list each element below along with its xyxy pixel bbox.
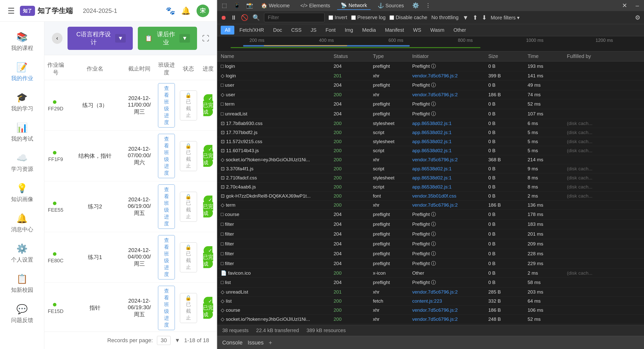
back-button[interactable]: ‹ bbox=[52, 33, 62, 44]
devtool-device-icon[interactable]: 📱 bbox=[232, 1, 241, 10]
sidebar-item-my-homework[interactable]: 📝 我的作业 bbox=[0, 57, 44, 87]
sidebar-item-my-course[interactable]: 📚 我的课程 bbox=[0, 27, 44, 57]
devtools-row[interactable]: □ user 204 preflight Preflight ⓘ 0 B 49 … bbox=[217, 80, 644, 90]
clear-icon[interactable]: 🚫 bbox=[241, 14, 248, 21]
devtool-screen-icon[interactable]: 📸 bbox=[245, 1, 254, 10]
homework-button[interactable]: 📋 课后作业 ▼ bbox=[138, 27, 197, 50]
cell-progress[interactable]: 查看班级进度 bbox=[155, 283, 177, 332]
invert-label[interactable]: Invert bbox=[329, 15, 347, 20]
devtools-row[interactable]: ◇ socket.io/?token=eyJhbGciOiJIUzI1Ni...… bbox=[217, 315, 644, 324]
tab-elements[interactable]: </> Elements bbox=[297, 2, 334, 10]
devtools-row[interactable]: ⊡ 17.7b8ab930.css 200 stylesheet app.865… bbox=[217, 119, 644, 128]
type-filter-img[interactable]: Img bbox=[341, 26, 357, 35]
devtools-row[interactable]: ◇ list 200 fetch content.js:223 332 B 64… bbox=[217, 297, 644, 306]
export-icon[interactable]: ⬇ bbox=[482, 14, 487, 21]
more-filters-btn[interactable]: More filters ▾ bbox=[491, 15, 520, 21]
type-filter-media[interactable]: Media bbox=[358, 26, 380, 35]
devtools-row[interactable]: □ filter 204 preflight Preflight ⓘ 0 B 1… bbox=[217, 219, 644, 229]
tab-issues[interactable]: Issues bbox=[248, 339, 264, 346]
search-icon[interactable]: 🔍 bbox=[252, 14, 260, 21]
course-dropdown-icon[interactable]: ▼ bbox=[115, 34, 126, 43]
devtools-row[interactable]: □ course 204 preflight Preflight ⓘ 0 B 1… bbox=[217, 210, 644, 219]
import-icon[interactable]: ⬆ bbox=[473, 14, 478, 21]
record-icon[interactable]: ⏺ bbox=[221, 14, 227, 21]
cell-progress[interactable]: 查看班级进度 bbox=[155, 131, 177, 181]
type-filter-font[interactable]: Font bbox=[321, 26, 340, 35]
devtools-row[interactable]: ⊡ 11.572c9215.css 200 stylesheet app.865… bbox=[217, 137, 644, 146]
cell-status[interactable]: 🔒 已截止 bbox=[177, 181, 199, 232]
tab-console[interactable]: Console bbox=[222, 339, 243, 346]
tab-welcome[interactable]: 🏠 Welcome bbox=[257, 2, 293, 10]
cell-progress[interactable]: 查看班级进度 bbox=[155, 232, 177, 283]
sidebar-item-my-exam[interactable]: 📊 我的考试 bbox=[0, 117, 44, 148]
devtools-row[interactable]: ◇ unreadList 201 xhr vendor.7d5c6796.js:… bbox=[217, 288, 644, 297]
devtools-row[interactable]: ⊡ 2.710fadcf.css 200 stylesheet app.8653… bbox=[217, 173, 644, 182]
devtools-row[interactable]: □ filter 204 preflight Preflight ⓘ 0 B 2… bbox=[217, 239, 644, 249]
preserve-log-label[interactable]: Preserve log bbox=[351, 15, 385, 20]
type-filter-other[interactable]: Other bbox=[449, 26, 470, 35]
type-filter-wasm[interactable]: Wasm bbox=[426, 26, 448, 35]
heart-icon[interactable]: 🐾 bbox=[166, 6, 175, 15]
devtools-row[interactable]: ◇ user 200 xhr vendor.7d5c6796.js:2 186 … bbox=[217, 90, 644, 99]
devtools-row[interactable]: 📄 favicon.ico 200 x-icon Other 0 B 2 ms … bbox=[217, 269, 644, 278]
devtools-row[interactable]: □ login 204 preflight Preflight ⓘ 0 B 19… bbox=[217, 61, 644, 71]
devtools-row[interactable]: ⊡ 17.707bbdf2.js 200 script app.86538d02… bbox=[217, 128, 644, 137]
devtools-row[interactable]: □ filter 204 preflight Preflight ⓘ 0 B 2… bbox=[217, 259, 644, 269]
course-button[interactable]: C语言程序设计 ▼ bbox=[68, 27, 133, 50]
sidebar-item-notification[interactable]: 🔔 消息中心 bbox=[0, 208, 44, 238]
devtools-row[interactable]: ⊡ 2.70c4aab6.js 200 script app.86538d02.… bbox=[217, 182, 644, 192]
filter-input[interactable] bbox=[264, 13, 325, 22]
settings-devtool-icon[interactable]: ⚙ bbox=[635, 14, 640, 21]
disable-cache-label[interactable]: Disable cache bbox=[390, 15, 427, 20]
stop-icon[interactable]: ⏸ bbox=[231, 14, 237, 21]
devtools-row[interactable]: ⊡ 3.370fa4f1.js 200 script app.86538d02.… bbox=[217, 164, 644, 173]
cell-progress[interactable]: 查看班级进度 bbox=[155, 181, 177, 232]
sidebar-item-my-study[interactable]: 🎓 我的学习 bbox=[0, 87, 44, 117]
devtool-inspect-icon[interactable]: ⬚ bbox=[220, 1, 229, 10]
devtools-row[interactable]: □ filter 204 preflight Preflight ⓘ 0 B 2… bbox=[217, 229, 644, 239]
cell-status[interactable]: 🔒 已截止 bbox=[177, 232, 199, 283]
cell-status[interactable]: 🔒 已截止 bbox=[177, 80, 199, 131]
devtools-row[interactable]: ◇ login 201 xhr vendor.7d5c6796.js:2 399… bbox=[217, 71, 644, 80]
cell-progress[interactable]: 查看班级进度 bbox=[155, 80, 177, 131]
cell-status[interactable]: 🔒 已截止 bbox=[177, 283, 199, 332]
type-filter-fetch/xhr[interactable]: Fetch/XHR bbox=[235, 26, 268, 35]
devtools-row[interactable]: ⊡ gok-H7zzDkdnRel8-DQ6KAXJ69wP1t... 200 … bbox=[217, 192, 644, 201]
records-per-page-value[interactable]: 30 bbox=[157, 336, 171, 345]
devtools-row[interactable]: ⊡ 11.60714b43.js 200 script app.86538d02… bbox=[217, 146, 644, 155]
type-filter-all[interactable]: All bbox=[221, 26, 234, 35]
homework-dropdown-icon[interactable]: ▼ bbox=[179, 34, 190, 43]
expand-icon[interactable]: ⛶ bbox=[202, 34, 209, 43]
devtools-row[interactable]: □ unreadList 204 preflight Preflight ⓘ 0… bbox=[217, 109, 644, 119]
devtool-minimize-icon[interactable]: – bbox=[633, 1, 641, 10]
tab-settings[interactable]: ⚙️ bbox=[411, 1, 420, 10]
devtool-close-icon[interactable]: ✕ bbox=[620, 1, 630, 10]
type-filter-ws[interactable]: WS bbox=[409, 26, 425, 35]
throttling-dropdown-icon[interactable]: ▼ bbox=[463, 14, 469, 21]
sidebar-item-knowledge-map[interactable]: 💡 知识画像 bbox=[0, 178, 44, 208]
add-tab-btn[interactable]: + bbox=[269, 339, 272, 346]
type-filter-js[interactable]: JS bbox=[307, 26, 320, 35]
devtools-row[interactable]: ◇ term 200 xhr vendor.7d5c6796.js:2 186 … bbox=[217, 201, 644, 210]
sidebar-item-feedback[interactable]: 💬 问题反馈 bbox=[0, 299, 44, 329]
type-filter-doc[interactable]: Doc bbox=[269, 26, 286, 35]
devtools-row[interactable]: □ filter 204 preflight Preflight ⓘ 0 B 2… bbox=[217, 249, 644, 259]
type-filter-manifest[interactable]: Manifest bbox=[381, 26, 408, 35]
cell-status[interactable]: 🔒 已截止 bbox=[177, 131, 199, 181]
tab-more[interactable]: ⋮ bbox=[424, 1, 433, 10]
avatar[interactable]: 宋 bbox=[197, 5, 209, 17]
menu-icon[interactable]: ☰ bbox=[8, 6, 15, 16]
sidebar-item-learning-resources[interactable]: ☁️ 学习资源 bbox=[0, 148, 44, 178]
devtools-row[interactable]: ◇ socket.io/?token=eyJhbGciOiJIUzI1Ni...… bbox=[217, 155, 644, 164]
tab-sources[interactable]: ⚓ Sources bbox=[374, 2, 407, 10]
type-filter-css[interactable]: CSS bbox=[287, 26, 306, 35]
col-header-id: 作业编号 bbox=[44, 58, 67, 80]
tab-network[interactable]: 📡 Network bbox=[337, 1, 370, 10]
sidebar-item-school-garden[interactable]: 📋 知新校园 bbox=[0, 269, 44, 299]
devtools-row[interactable]: □ term 204 preflight Preflight ⓘ 0 B 52 … bbox=[217, 99, 644, 109]
devtools-row[interactable]: □ list 204 preflight Preflight ⓘ 0 B 58 … bbox=[217, 278, 644, 288]
devtools-row[interactable]: ◇ course 200 xhr vendor.7d5c6796.js:2 18… bbox=[217, 306, 644, 315]
no-throttling-select[interactable]: No throttling bbox=[431, 15, 459, 20]
sidebar-item-personal-settings[interactable]: ⚙️ 个人设置 bbox=[0, 238, 44, 269]
bell-icon[interactable]: 🔔 bbox=[181, 6, 190, 15]
